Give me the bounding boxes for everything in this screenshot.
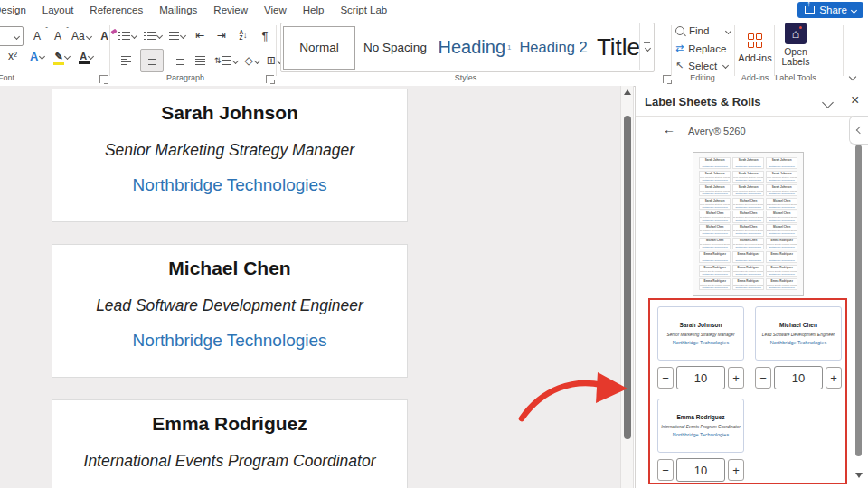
add-ins-button[interactable]: Add-ins — [738, 24, 772, 71]
styles-gallery-more-button[interactable] — [639, 23, 653, 70]
multilevel-list-button[interactable] — [169, 27, 185, 43]
increase-quantity-button[interactable]: + — [826, 367, 842, 389]
sheet-mini-label: Sarah Johnson Senior Marketing Strategy … — [699, 184, 731, 196]
mini-company: Northbridge Technologies — [735, 246, 760, 249]
change-case-button[interactable]: Aa — [71, 28, 91, 44]
person-name: Sarah Johnson — [161, 102, 298, 124]
increase-indent-button[interactable]: ⇥ — [214, 27, 229, 43]
clear-formatting-button[interactable]: A — [98, 28, 112, 44]
label-cell[interactable]: Sarah Johnson Senior Marketing Strategy … — [52, 89, 408, 222]
sheet-mini-label: Sarah Johnson Senior Marketing Strategy … — [699, 171, 731, 183]
find-button[interactable]: Find — [675, 25, 731, 36]
bullets-button[interactable] — [118, 27, 137, 43]
mini-company: Northbridge Technologies — [703, 232, 728, 235]
quantity-input[interactable]: 10 — [676, 366, 725, 389]
chevron-down-icon — [39, 52, 45, 59]
scroll-up-arrow[interactable] — [624, 89, 631, 95]
numbering-button[interactable] — [144, 27, 163, 43]
tab-review[interactable]: Review — [205, 0, 256, 20]
shrink-font-button[interactable]: A — [51, 28, 65, 44]
increase-quantity-button[interactable]: + — [728, 367, 744, 389]
share-button[interactable]: Share — [797, 2, 863, 18]
annotation-highlight-box: Sarah Johnson Senior Marketing Strategy … — [648, 298, 847, 484]
mini-title: International Events Program Coordinator — [732, 269, 764, 271]
pane-menu-chevron[interactable] — [822, 97, 834, 108]
mini-title: Senior Marketing Strategy Manager — [732, 176, 764, 178]
mini-company: Northbridge Technologies — [703, 192, 728, 194]
styles-dialog-launcher[interactable] — [663, 75, 671, 83]
paragraph-dialog-launcher[interactable] — [266, 75, 274, 83]
sheet-mini-label: Emma Rodriguez International Events Prog… — [732, 265, 764, 277]
mini-title: Senior Marketing Strategy Manager — [699, 163, 731, 164]
style-normal[interactable]: Normal — [283, 26, 355, 70]
style-title[interactable]: Title — [592, 27, 645, 69]
tab-references[interactable]: References — [81, 0, 151, 20]
justify-button[interactable] — [193, 52, 207, 69]
tab-view[interactable]: View — [256, 0, 295, 20]
mini-name: Emma Rodriguez — [770, 253, 793, 256]
quantity-stepper: − 10 + — [755, 366, 842, 389]
tab-layout[interactable]: Layout — [34, 0, 82, 20]
back-arrow-icon[interactable]: ← — [663, 122, 675, 136]
line-spacing-button[interactable]: ⇅ — [214, 52, 238, 69]
decrease-quantity-button[interactable]: − — [657, 459, 674, 481]
show-marks-button[interactable]: ¶ — [258, 27, 272, 43]
tab-design[interactable]: Design — [0, 0, 34, 20]
decrease-indent-button[interactable]: ⇤ — [193, 27, 207, 43]
font-dialog-launcher[interactable] — [99, 75, 108, 83]
increase-quantity-button[interactable]: + — [728, 459, 744, 481]
mini-company: Northbridge Technologies — [769, 259, 794, 262]
preview-company: Northbridge Technologies — [770, 340, 826, 345]
label-cell[interactable]: Emma Rodriguez International Events Prog… — [52, 399, 408, 488]
sheet-mini-label: Sarah Johnson Senior Marketing Strategy … — [699, 157, 731, 169]
mini-title: International Events Program Coordinator — [732, 283, 764, 285]
sort-button[interactable]: AZ↓ — [236, 27, 250, 43]
chevron-down-icon — [232, 57, 239, 63]
ribbon: A A Aa A x² A ✎ A Font ⇤ ⇥ AZ↓ ¶ ⇅ — [0, 20, 868, 87]
shading-button[interactable]: ◇ — [245, 52, 259, 69]
mini-title: Senior Marketing Strategy Manager — [766, 189, 797, 191]
tab-script-lab[interactable]: Script Lab — [332, 0, 395, 20]
select-button[interactable]: ↖ Select — [675, 60, 728, 71]
style-heading-2[interactable]: Heading 2 — [514, 27, 592, 69]
mini-company: Northbridge Technologies — [769, 272, 794, 275]
font-size-combobox[interactable] — [0, 26, 24, 46]
align-left-button[interactable] — [118, 52, 133, 69]
quantity-input[interactable]: 10 — [774, 366, 823, 389]
pane-scrollbar-thumb[interactable] — [855, 145, 862, 456]
tab-help[interactable]: Help — [295, 0, 333, 20]
decrease-quantity-button[interactable]: − — [755, 367, 771, 389]
label-cell[interactable]: Michael Chen Lead Software Development E… — [52, 244, 408, 378]
highlight-color-swatch — [53, 62, 64, 65]
pane-scroll-down-arrow[interactable] — [855, 473, 863, 478]
sheet-mini-label: Michael Chen Lead Software Development E… — [732, 211, 764, 222]
style-no-spacing[interactable]: No Spacing — [355, 27, 435, 69]
grow-font-button[interactable]: A — [30, 28, 44, 44]
mini-name: Sarah Johnson — [705, 173, 725, 175]
align-right-button[interactable] — [171, 52, 185, 69]
sheet-mini-label: Michael Chen Lead Software Development E… — [732, 238, 764, 249]
tab-mailings[interactable]: Mailings — [151, 0, 205, 20]
pane-collapse-handle[interactable] — [849, 116, 868, 145]
avery-house-icon: ⌂ — [785, 23, 807, 44]
mini-company: Northbridge Technologies — [703, 179, 728, 182]
person-company: Northbridge Technologies — [132, 331, 326, 351]
open-labels-button[interactable]: ⌂ OpenLabels — [776, 23, 816, 73]
decrease-quantity-button[interactable]: − — [657, 367, 674, 389]
share-icon — [805, 6, 815, 14]
font-color-button[interactable]: A — [80, 48, 94, 64]
label-sheet-preview: Sarah Johnson Senior Marketing Strategy … — [693, 152, 804, 296]
style-heading-1[interactable]: Heading1 — [435, 27, 514, 69]
document-canvas[interactable]: Sarah Johnson Senior Marketing Strategy … — [0, 86, 620, 488]
mini-company: Northbridge Technologies — [703, 246, 728, 249]
align-center-button[interactable] — [140, 49, 164, 72]
text-effects-button[interactable]: A — [30, 48, 44, 64]
close-icon[interactable]: × — [851, 90, 859, 110]
text-highlight-button[interactable]: ✎ — [54, 48, 69, 64]
mini-name: Emma Rodriguez — [737, 279, 760, 282]
quantity-input[interactable]: 10 — [676, 458, 725, 482]
collapse-ribbon-button[interactable] — [849, 73, 856, 80]
document-scrollbar-thumb[interactable] — [624, 116, 631, 439]
superscript-button[interactable]: x² — [5, 48, 20, 64]
replace-button[interactable]: ⇄ Replace — [675, 42, 726, 54]
